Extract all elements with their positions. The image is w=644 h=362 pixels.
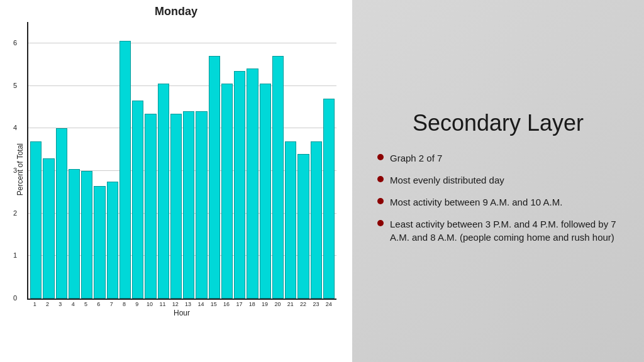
bar [323, 99, 335, 299]
y-axis-label: Percent of Total [16, 143, 25, 195]
section-title: Secondary Layer [377, 110, 619, 136]
bar [107, 182, 118, 299]
x-tick-label: 6 [92, 301, 105, 307]
y-tick-label: 5 [13, 82, 17, 89]
bullet-dot [377, 154, 384, 160]
y-tick-label: 0 [13, 294, 17, 302]
x-tick-label: 4 [67, 301, 79, 307]
bar [56, 128, 67, 299]
x-tick-label: 17 [233, 301, 245, 307]
bar [183, 111, 194, 299]
bar [260, 84, 271, 299]
x-axis-labels: 123456789101112131415161718192021222324 [27, 301, 336, 307]
x-tick-label: 9 [131, 301, 143, 307]
x-tick-label: 12 [169, 301, 182, 307]
list-item: Graph 2 of 7 [377, 151, 619, 165]
bars-container [28, 22, 336, 299]
bar [209, 56, 220, 299]
bullet-text: Most evenly distributed day [390, 173, 504, 187]
bar [297, 154, 309, 299]
x-tick-label: 8 [118, 301, 130, 307]
x-tick-label: 21 [284, 301, 297, 307]
x-tick-label: 1 [28, 301, 41, 307]
bar [247, 69, 258, 299]
chart-area: Percent of Total 6543210 123456789101112… [16, 22, 336, 317]
bullet-list: Graph 2 of 7Most evenly distributed dayM… [377, 151, 619, 253]
plot-area: 6543210 [27, 22, 336, 300]
y-tick-label: 1 [13, 251, 17, 259]
bar [69, 169, 80, 299]
x-tick-label: 20 [271, 301, 284, 307]
chart-title: Monday [155, 5, 197, 18]
bar [145, 114, 156, 299]
bar [311, 141, 322, 299]
bar [234, 71, 245, 299]
y-tick-label: 6 [13, 39, 17, 47]
list-item: Most evenly distributed day [377, 173, 619, 187]
x-tick-label: 22 [297, 301, 309, 307]
bullet-text: Graph 2 of 7 [390, 151, 442, 165]
bullet-text: Most activity between 9 A.M. and 10 A.M. [390, 195, 562, 209]
bar [94, 186, 105, 299]
bullet-dot [377, 176, 384, 182]
x-tick-label: 5 [79, 301, 92, 307]
x-tick-label: 10 [143, 301, 156, 307]
chart-inner: 6543210 12345678910111213141516171819202… [27, 22, 336, 317]
x-tick-label: 24 [323, 301, 335, 307]
bullet-dot [377, 198, 384, 204]
x-tick-label: 14 [194, 301, 207, 307]
x-axis-title: Hour [27, 309, 336, 317]
x-tick-label: 23 [309, 301, 322, 307]
x-tick-label: 16 [220, 301, 233, 307]
y-tick-label: 4 [13, 124, 17, 131]
list-item: Most activity between 9 A.M. and 10 A.M. [377, 195, 619, 209]
bar [30, 141, 42, 299]
bar [272, 56, 284, 299]
x-tick-label: 2 [41, 301, 53, 307]
right-panel: Secondary Layer Graph 2 of 7Most evenly … [352, 0, 644, 362]
bar [119, 41, 131, 299]
bar [81, 171, 92, 299]
x-tick-label: 11 [156, 301, 169, 307]
bar [285, 141, 296, 299]
x-tick-label: 7 [105, 301, 118, 307]
bar [132, 101, 143, 299]
x-tick-label: 15 [208, 301, 220, 307]
bullet-text: Least activity between 3 P.M. and 4 P.M.… [390, 217, 619, 244]
left-panel: Monday Percent of Total 6543210 12345678… [0, 0, 352, 362]
bar [221, 84, 233, 299]
bar [196, 111, 207, 299]
y-tick-label: 2 [13, 209, 17, 217]
bar [170, 114, 182, 299]
bar [158, 84, 169, 299]
bar [43, 158, 54, 299]
bullet-dot [377, 220, 384, 226]
x-tick-label: 19 [258, 301, 271, 307]
x-tick-label: 13 [182, 301, 194, 307]
x-tick-label: 3 [54, 301, 67, 307]
list-item: Least activity between 3 P.M. and 4 P.M.… [377, 217, 619, 244]
x-tick-label: 18 [246, 301, 258, 307]
